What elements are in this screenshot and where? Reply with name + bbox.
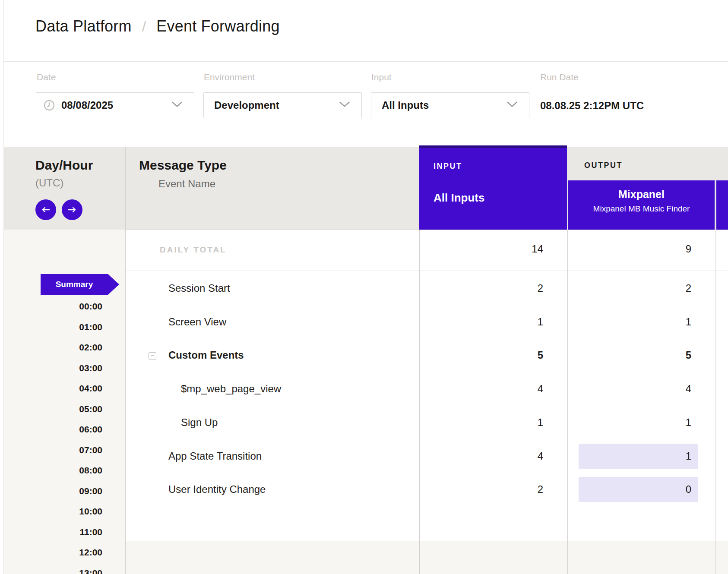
breadcrumb-section[interactable]: Data Platform <box>35 17 132 35</box>
next-output-column-header[interactable] <box>716 180 728 230</box>
collapse-icon[interactable]: − <box>149 352 156 360</box>
day-hour-timezone: (UTC) <box>35 177 63 189</box>
arrow-right-icon <box>67 206 77 213</box>
output-count-value: 5 <box>568 349 691 361</box>
hour-row-label[interactable]: 03:00 <box>3 363 102 374</box>
table-footer-band <box>126 541 728 574</box>
input-count-value: 1 <box>420 416 543 429</box>
hour-row-label[interactable]: 07:00 <box>3 445 102 456</box>
event-forwarding-page: Data Platform / Event Forwarding Date En… <box>0 0 728 574</box>
message-row-label[interactable]: App State Transition <box>168 450 262 463</box>
summary-badge-arrow <box>108 274 119 295</box>
output-count-value: 1 <box>568 416 691 429</box>
input-count-value: 2 <box>420 282 543 294</box>
hour-row-label[interactable]: 08:00 <box>3 465 102 476</box>
input-dropdown[interactable]: All Inputs <box>371 92 529 118</box>
chevron-down-icon <box>171 101 183 110</box>
environment-filter-label: Environment <box>204 72 255 82</box>
day-hour-header: Day/Hour <box>35 158 93 173</box>
message-row-label[interactable]: User Identity Change <box>168 483 266 496</box>
hour-row-label[interactable]: 02:00 <box>3 342 102 353</box>
output-group-label: OUTPUT <box>584 161 623 170</box>
input-count-value: 4 <box>420 383 543 395</box>
output-count-value: 2 <box>568 282 691 294</box>
daily-total-divider <box>126 271 728 271</box>
input-count-value: 1 <box>420 316 543 328</box>
input-column-divider <box>419 230 420 574</box>
date-value: 08/08/2025 <box>61 99 113 111</box>
input-group-label: INPUT <box>434 162 462 171</box>
breadcrumb-separator: / <box>142 18 146 35</box>
hour-row-label[interactable]: 09:00 <box>3 486 102 497</box>
run-date-label: Run Date <box>540 72 579 82</box>
chevron-down-icon <box>339 101 350 110</box>
output-count-value: 1 <box>568 316 691 328</box>
date-filter-label: Date <box>37 72 56 82</box>
input-column-header[interactable]: INPUT All Inputs <box>419 145 567 230</box>
hour-row-label[interactable]: 06:00 <box>3 424 102 435</box>
hour-row-label[interactable]: 10:00 <box>3 506 102 517</box>
message-row-label[interactable]: $mp_web_page_view <box>181 382 281 395</box>
output-column-header[interactable]: Mixpanel Mixpanel MB Music Finder <box>568 180 715 230</box>
message-row-label[interactable]: Screen View <box>168 315 226 328</box>
hour-row-label[interactable]: 00:00 <box>3 301 102 312</box>
hour-row-label[interactable]: 13:00 <box>3 568 102 574</box>
output-count-value: 0 <box>568 483 691 495</box>
time-column-divider <box>125 147 126 574</box>
summary-row-badge[interactable]: Summary <box>41 274 108 295</box>
previous-day-button[interactable] <box>35 199 56 220</box>
input-count-value: 5 <box>420 349 543 361</box>
input-value: All Inputs <box>382 99 429 111</box>
chevron-down-icon <box>506 101 518 110</box>
hour-row-label[interactable]: 04:00 <box>3 383 102 394</box>
environment-value: Development <box>214 99 279 111</box>
page-title: Event Forwarding <box>156 17 279 35</box>
input-count-value: 2 <box>420 483 543 495</box>
hour-row-label[interactable]: 01:00 <box>3 322 102 333</box>
environment-dropdown[interactable]: Development <box>203 92 362 118</box>
next-column-divider <box>715 230 715 574</box>
daily-total-output-value: 9 <box>568 243 691 255</box>
hour-row-label[interactable]: 11:00 <box>3 527 102 538</box>
message-row-label[interactable]: Custom Events <box>168 349 244 362</box>
message-type-header: Message Type <box>139 158 227 173</box>
date-dropdown[interactable]: 08/08/2025 <box>36 92 194 118</box>
output-column-name: Mixpanel <box>568 188 715 201</box>
breadcrumb: Data Platform / Event Forwarding <box>35 17 280 35</box>
message-row-label[interactable]: Sign Up <box>181 416 218 429</box>
hour-row-label[interactable]: 12:00 <box>3 547 102 558</box>
input-filter-label: Input <box>371 72 392 82</box>
output-column-divider <box>567 230 568 574</box>
run-date-value: 08.08.25 2:12PM UTC <box>540 100 644 112</box>
input-count-value: 4 <box>420 450 543 462</box>
output-count-value: 1 <box>568 450 691 462</box>
next-day-button[interactable] <box>62 199 82 220</box>
arrow-left-icon <box>41 206 51 213</box>
message-row-label[interactable]: Session Start <box>168 282 230 295</box>
event-name-subheader: Event Name <box>158 178 215 190</box>
daily-total-input-value: 14 <box>420 243 543 255</box>
input-column-name: All Inputs <box>434 191 484 205</box>
output-column-subtitle: Mixpanel MB Music Finder <box>568 204 715 214</box>
hour-row-label[interactable]: 05:00 <box>3 404 102 415</box>
output-count-value: 4 <box>568 383 691 395</box>
clock-icon <box>44 100 55 111</box>
header-divider <box>3 61 728 62</box>
daily-total-label: DAILY TOTAL <box>160 245 227 255</box>
